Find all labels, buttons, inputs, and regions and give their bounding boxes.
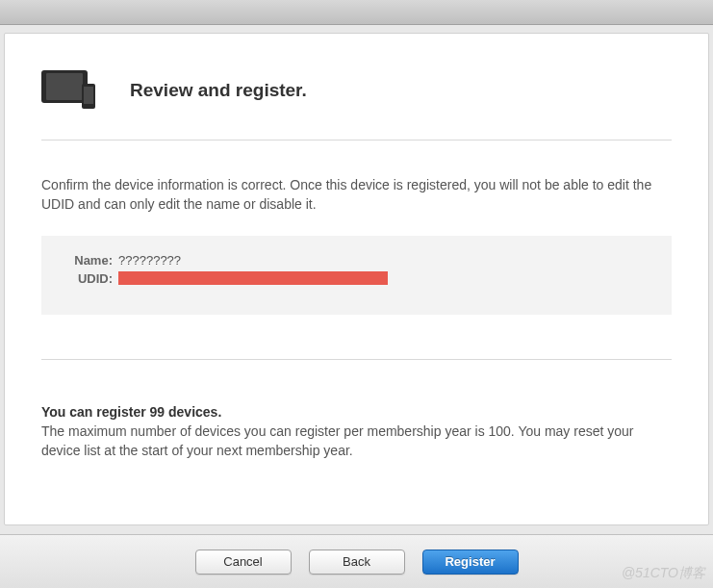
back-button[interactable]: Back: [309, 550, 405, 575]
limits-text: The maximum number of devices you can re…: [41, 422, 672, 461]
udid-redacted: [118, 271, 388, 285]
limits-section: You can register 99 devices. The maximum…: [41, 404, 672, 461]
name-row: Name: ?????????: [63, 253, 650, 268]
name-value: ?????????: [118, 253, 181, 268]
main-panel: Review and register. Confirm the device …: [4, 33, 709, 525]
device-info-box: Name: ????????? UDID:: [41, 236, 672, 315]
register-button[interactable]: Register: [422, 550, 519, 575]
footer-bar: Cancel Back Register: [0, 534, 713, 588]
udid-label: UDID:: [63, 271, 113, 286]
phone-icon: [82, 84, 95, 109]
tablet-icon: [41, 70, 88, 103]
divider: [41, 359, 672, 360]
cancel-button[interactable]: Cancel: [195, 550, 292, 575]
limits-heading: You can register 99 devices.: [41, 404, 672, 420]
header-row: Review and register.: [41, 70, 672, 141]
confirm-text: Confirm the device information is correc…: [41, 175, 672, 215]
devices-icon: [41, 70, 103, 111]
page-title: Review and register.: [130, 80, 307, 101]
name-label: Name:: [63, 253, 113, 268]
udid-row: UDID:: [63, 271, 650, 286]
window-toolbar: [0, 0, 713, 25]
